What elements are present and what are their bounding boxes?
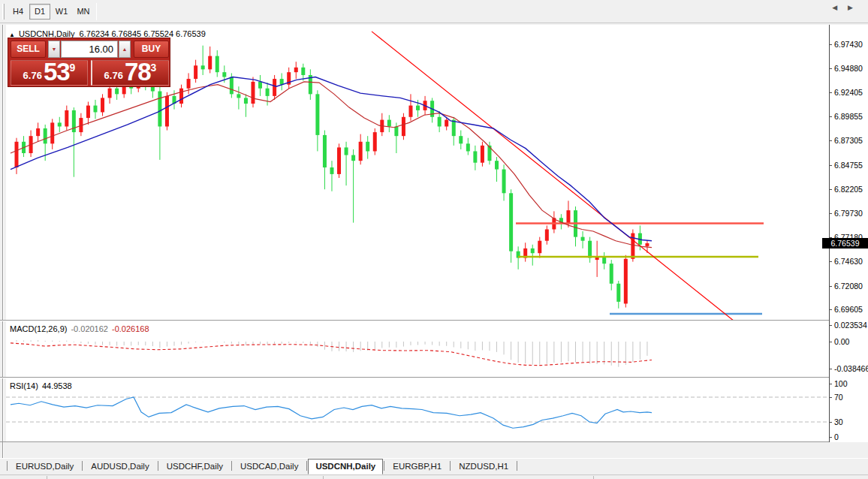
timeframe-button-h4[interactable]: H4: [8, 4, 29, 20]
tab-scroll-left-icon[interactable]: ◀: [832, 4, 848, 11]
candle[interactable]: [93, 100, 97, 119]
buy-price-quote[interactable]: 6.76 78 3: [91, 60, 169, 86]
buy-button[interactable]: BUY: [134, 41, 169, 58]
candle[interactable]: [380, 113, 384, 136]
candle[interactable]: [72, 107, 76, 177]
chart-tab-usdchf[interactable]: USDCHF,Daily: [159, 459, 231, 474]
candle[interactable]: [101, 94, 104, 116]
price-axis-label-tick: [829, 286, 832, 287]
candle[interactable]: [517, 246, 520, 269]
sell-price-quote[interactable]: 6.76 53 9: [11, 60, 88, 86]
candle[interactable]: [595, 241, 599, 277]
rsi-axis-label-tick: [829, 384, 832, 384]
candle[interactable]: [523, 243, 527, 261]
candle[interactable]: [165, 92, 169, 131]
chart-tab-audusd[interactable]: AUDUSD,Daily: [83, 459, 156, 474]
chart-tab-eurusd[interactable]: EURUSD,Daily: [8, 459, 81, 474]
candle[interactable]: [581, 231, 585, 249]
tab-scroll-arrows[interactable]: ◀▶: [832, 4, 863, 11]
sell-button[interactable]: SELL: [11, 41, 46, 58]
candle[interactable]: [330, 161, 333, 191]
tab-separator: [7, 461, 8, 471]
candle[interactable]: [624, 255, 628, 308]
candle[interactable]: [65, 106, 68, 131]
candle[interactable]: [552, 211, 556, 233]
macd-axis-label: 0.00: [834, 337, 849, 346]
candle[interactable]: [251, 77, 255, 108]
candle[interactable]: [481, 142, 484, 167]
price-axis-label-tick: [829, 92, 832, 93]
candle[interactable]: [402, 113, 405, 140]
buy-price-pip: 3: [151, 62, 157, 73]
volume-decrease-button[interactable]: ▼: [48, 41, 60, 58]
candle[interactable]: [187, 73, 191, 94]
candle[interactable]: [280, 73, 284, 90]
candle[interactable]: [531, 245, 535, 266]
chart-tab-usdcnh[interactable]: USDCNH,Daily: [308, 459, 383, 474]
candle[interactable]: [36, 122, 40, 141]
candle[interactable]: [502, 164, 506, 200]
macd-axis-label-tick: [829, 342, 832, 342]
chart-tab-nzdusd[interactable]: NZDUSD,H1: [451, 459, 516, 474]
candle[interactable]: [323, 131, 327, 190]
candle[interactable]: [438, 111, 442, 132]
candle[interactable]: [208, 47, 212, 74]
candle[interactable]: [194, 60, 197, 83]
candle[interactable]: [588, 237, 592, 263]
candle[interactable]: [387, 115, 391, 132]
candle[interactable]: [473, 146, 477, 170]
rsi-pane[interactable]: [6, 378, 829, 441]
candle[interactable]: [366, 136, 369, 158]
candle[interactable]: [86, 101, 90, 124]
volume-input[interactable]: 16.00: [61, 41, 118, 58]
candle[interactable]: [266, 83, 270, 105]
candle[interactable]: [610, 260, 613, 291]
mt4-window: H4D1W1MN ▲USDCNH,Daily 6.76234 6.76845 6…: [0, 0, 868, 479]
candle[interactable]: [359, 134, 363, 165]
candle[interactable]: [373, 128, 377, 155]
macd-axis-label: 0.023534: [834, 321, 867, 330]
candle[interactable]: [294, 62, 298, 79]
candle[interactable]: [273, 75, 276, 100]
tab-scroll-right-icon[interactable]: ▶: [848, 4, 863, 11]
chart-tab-eurgbp[interactable]: EURGBP,H1: [385, 459, 449, 474]
candle[interactable]: [244, 94, 248, 116]
candle[interactable]: [237, 86, 240, 109]
candle[interactable]: [545, 225, 549, 244]
candle[interactable]: [309, 69, 312, 100]
candle[interactable]: [466, 138, 470, 155]
timeframe-button-mn[interactable]: MN: [73, 4, 94, 20]
candle[interactable]: [15, 138, 19, 174]
candle[interactable]: [574, 206, 577, 246]
candle[interactable]: [108, 85, 112, 104]
candle[interactable]: [201, 46, 205, 75]
macd-signal-line: [11, 343, 652, 366]
trendline[interactable]: [372, 32, 734, 320]
toolbar-grip[interactable]: [2, 4, 5, 20]
candle[interactable]: [408, 94, 412, 121]
timeframe-button-w1[interactable]: W1: [51, 4, 72, 20]
candle[interactable]: [179, 85, 183, 107]
candle[interactable]: [58, 117, 62, 132]
candle[interactable]: [50, 119, 54, 149]
chart-tab-usdcad[interactable]: USDCAD,Daily: [233, 459, 306, 474]
candle[interactable]: [616, 281, 620, 309]
candle[interactable]: [79, 113, 83, 136]
candle[interactable]: [287, 68, 291, 89]
rsi-pane-canvas[interactable]: [6, 378, 829, 441]
candle[interactable]: [315, 90, 319, 151]
timeframe-button-d1[interactable]: D1: [29, 4, 50, 20]
candle[interactable]: [258, 75, 262, 96]
candle[interactable]: [538, 237, 541, 258]
candle[interactable]: [351, 149, 355, 223]
candle[interactable]: [430, 98, 434, 122]
candle[interactable]: [459, 131, 463, 149]
candle[interactable]: [22, 136, 26, 157]
volume-increase-button[interactable]: ▲: [119, 41, 131, 58]
candle[interactable]: [345, 142, 348, 185]
candle[interactable]: [509, 189, 513, 263]
candle[interactable]: [215, 50, 219, 77]
candle[interactable]: [602, 252, 606, 270]
candle[interactable]: [337, 143, 341, 178]
candle[interactable]: [495, 157, 499, 182]
